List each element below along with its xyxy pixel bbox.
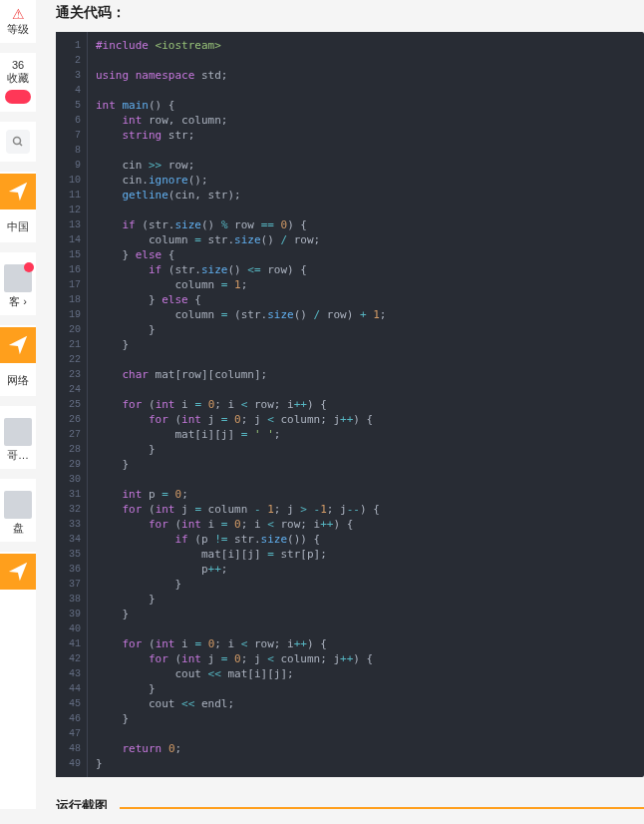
guest-label: 客 › <box>2 294 34 309</box>
footer-heading: 运行截图 <box>56 797 108 809</box>
thumb-icon <box>4 418 32 446</box>
paper-plane-icon <box>0 554 36 590</box>
section-heading: 通关代码： <box>56 0 644 32</box>
sidebar-fav-box[interactable]: 36 收藏 <box>0 53 36 122</box>
line-number-gutter: 1234567891011121314151617181920212223242… <box>56 32 88 777</box>
thumb-icon <box>4 491 32 519</box>
net-label: 网络 <box>0 373 36 388</box>
svg-line-1 <box>20 144 23 147</box>
sidebar-level-box[interactable]: ⚠ 等级 <box>0 0 36 53</box>
dot-label: 哥… <box>2 448 34 463</box>
alert-icon: ⚠ <box>2 6 34 22</box>
sidebar-disk-box[interactable]: 盘 <box>0 479 36 552</box>
paper-plane-icon <box>0 174 36 209</box>
sidebar: ⚠ 等级 36 收藏 中国 客 › 网络 <box>0 0 36 809</box>
code-body[interactable]: #include <iostream> using namespace std;… <box>88 32 644 777</box>
disk-label: 盘 <box>2 521 34 536</box>
main-content: 通关代码： 1234567891011121314151617181920212… <box>36 0 644 809</box>
search-icon[interactable] <box>6 130 30 154</box>
avatar-thumb <box>4 264 32 292</box>
sidebar-country-box[interactable]: 中国 <box>0 172 36 252</box>
level-label: 等级 <box>2 22 34 37</box>
fav-label: 收藏 <box>2 71 34 86</box>
sidebar-search-box[interactable] <box>0 122 36 172</box>
sidebar-ge-box[interactable]: 哥… <box>0 406 36 479</box>
sidebar-net-box[interactable]: 网络 <box>0 325 36 406</box>
sidebar-plane-box[interactable] <box>0 554 36 590</box>
sidebar-guest-box[interactable]: 客 › <box>0 252 36 325</box>
paper-plane-icon <box>0 327 36 363</box>
country-label: 中国 <box>0 219 36 234</box>
count-label: 36 <box>2 59 34 71</box>
footer-rule <box>120 797 644 809</box>
pill-badge <box>5 90 31 104</box>
code-block: 1234567891011121314151617181920212223242… <box>56 32 644 777</box>
svg-point-0 <box>14 138 21 145</box>
